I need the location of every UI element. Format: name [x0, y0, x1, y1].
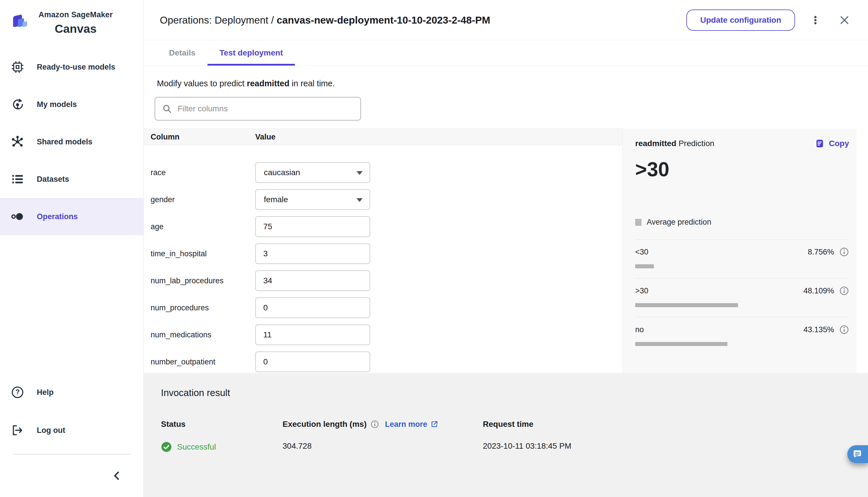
- invocation-result-section: Invocation result Status Successful Exec…: [144, 373, 868, 497]
- predicted-value: >30: [635, 158, 849, 181]
- prediction-row: <30 8.756%: [635, 239, 849, 278]
- gender-select-value: female: [264, 195, 288, 204]
- intro-prefix: Modify values to predict: [157, 79, 247, 88]
- sidebar-item-label: Help: [37, 388, 54, 397]
- copy-button[interactable]: Copy: [815, 139, 849, 148]
- sidebar-item-logout[interactable]: Log out: [0, 411, 144, 449]
- num-procedures-input[interactable]: [255, 297, 370, 318]
- table-row: age: [144, 213, 622, 240]
- learn-more-link[interactable]: Learn more: [385, 420, 438, 429]
- update-configuration-button[interactable]: Update configuration: [686, 10, 795, 31]
- intro-suffix: in real time.: [290, 79, 335, 88]
- external-link-icon: [430, 420, 438, 428]
- request-time-header: Request time: [483, 420, 571, 429]
- status-header: Status: [161, 420, 282, 429]
- table-row: time_in_hospital: [144, 240, 622, 267]
- age-input[interactable]: [255, 216, 370, 237]
- table-row: number_outpatient: [144, 348, 622, 373]
- sidebar-item-my-models[interactable]: My models: [0, 86, 144, 123]
- invocation-result-grid: Status Successful Execution length (ms): [161, 420, 868, 452]
- prediction-percentage: 43.135%: [803, 325, 834, 334]
- row-label: number_outpatient: [144, 357, 255, 366]
- chat-fab-button[interactable]: [847, 445, 868, 463]
- info-icon[interactable]: [370, 420, 379, 428]
- sidebar-item-label: Datasets: [37, 175, 69, 184]
- row-label: num_procedures: [144, 303, 255, 312]
- num-medications-input[interactable]: [255, 324, 370, 345]
- chevron-down-icon: [356, 198, 363, 202]
- chip-icon: [11, 60, 24, 74]
- table-row: num_medications: [144, 321, 622, 348]
- info-icon[interactable]: [839, 286, 849, 296]
- race-select[interactable]: caucasian: [255, 162, 370, 183]
- prediction-title-suffix: Prediction: [676, 139, 714, 148]
- sidebar-item-help[interactable]: ? Help: [0, 373, 144, 411]
- brand-line2: Canvas: [55, 22, 97, 36]
- sagemaker-canvas-logo-icon: [10, 9, 32, 33]
- status-value-row: Successful: [161, 441, 282, 452]
- table-row: race caucasian: [144, 159, 622, 186]
- row-label: num_medications: [144, 330, 255, 339]
- sidebar-item-datasets[interactable]: Datasets: [0, 160, 144, 198]
- sidebar-item-operations[interactable]: Operations: [0, 198, 144, 235]
- sidebar-item-label: My models: [37, 100, 77, 109]
- prediction-class-label: <30: [635, 247, 808, 257]
- info-icon[interactable]: [839, 247, 849, 257]
- tab-test-deployment[interactable]: Test deployment: [207, 40, 295, 65]
- copy-note-icon: [815, 139, 824, 148]
- table-body: race caucasian gender female: [144, 145, 622, 373]
- legend-label: Average prediction: [647, 218, 711, 227]
- deployment-name: canvas-new-deployment-10-10-2023-2-48-PM: [277, 14, 490, 26]
- app-window: Amazon SageMaker Canvas Ready-to-use mod…: [0, 0, 868, 497]
- row-label: age: [144, 222, 255, 231]
- execution-length-value: 304.728: [282, 441, 483, 451]
- average-prediction-bar: [635, 303, 738, 307]
- prediction-row: no 43.135%: [635, 317, 849, 356]
- test-deployment-body: Column Value race caucasian gender: [144, 129, 868, 373]
- time-in-hospital-input[interactable]: [255, 243, 370, 264]
- table-header-row: Column Value: [144, 129, 622, 145]
- main-area: Operations: Deployment / canvas-new-depl…: [144, 0, 868, 497]
- status-value: Successful: [177, 442, 216, 452]
- tab-details[interactable]: Details: [157, 40, 207, 65]
- network-icon: [11, 135, 24, 148]
- sidebar-item-shared-models[interactable]: Shared models: [0, 123, 144, 160]
- number-outpatient-input[interactable]: [255, 352, 370, 372]
- sidebar-item-ready-to-use-models[interactable]: Ready-to-use models: [0, 48, 144, 86]
- page-header: Operations: Deployment / canvas-new-depl…: [144, 0, 868, 40]
- legend-swatch-icon: [635, 219, 642, 226]
- request-time-value: 2023-10-11 03:18:45 PM: [483, 441, 571, 451]
- gender-select[interactable]: female: [255, 189, 370, 210]
- execution-length-header: Execution length (ms): [282, 420, 366, 429]
- copy-label: Copy: [829, 139, 849, 148]
- filter-columns-field: [155, 97, 361, 120]
- learn-more-label: Learn more: [385, 420, 427, 429]
- row-label: gender: [144, 195, 255, 204]
- chevron-down-icon: [356, 171, 363, 175]
- sidebar: Amazon SageMaker Canvas Ready-to-use mod…: [0, 0, 144, 497]
- operations-icon: [11, 210, 24, 223]
- race-select-value: caucasian: [264, 168, 300, 177]
- filter-columns-input[interactable]: [155, 97, 361, 120]
- intro-target-column: readmitted: [247, 79, 290, 88]
- table-row: num_procedures: [144, 294, 622, 321]
- close-panel-button[interactable]: [838, 13, 851, 27]
- brand-text: Amazon SageMaker Canvas: [39, 10, 113, 36]
- page-title: Operations: Deployment / canvas-new-depl…: [160, 14, 686, 26]
- value-header: Value: [255, 132, 276, 142]
- info-icon[interactable]: [839, 325, 849, 335]
- row-label: num_lab_procedures: [144, 276, 255, 285]
- num-lab-procedures-input[interactable]: [255, 270, 370, 291]
- more-actions-button[interactable]: [808, 13, 823, 27]
- prediction-class-label: >30: [635, 286, 803, 295]
- prediction-title: readmitted Prediction: [635, 139, 714, 148]
- success-check-icon: [161, 441, 172, 452]
- execution-length-column: Execution length (ms) Learn more 304.728: [282, 420, 483, 452]
- sidebar-item-label: Operations: [37, 212, 78, 221]
- page-title-prefix: Operations: Deployment /: [160, 14, 277, 26]
- input-columns-table: Column Value race caucasian gender: [144, 129, 622, 373]
- average-prediction-legend: Average prediction: [635, 218, 849, 227]
- row-label: race: [144, 168, 255, 177]
- svg-text:?: ?: [16, 388, 20, 396]
- sidebar-collapse-button[interactable]: [111, 469, 123, 482]
